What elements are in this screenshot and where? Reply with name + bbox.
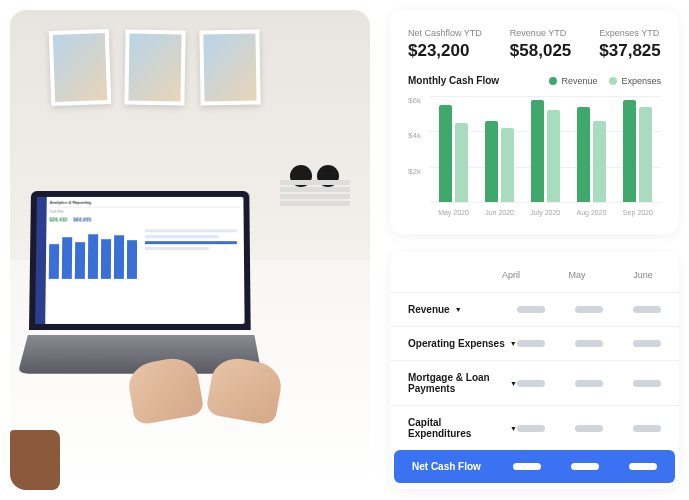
monthly-cashflow-chart: $6k$4k$2k May 2020Jun 2020July 2020Aug 2… [408, 96, 661, 216]
x-tick: May 2020 [438, 209, 469, 216]
caret-down-icon[interactable]: ▼ [455, 306, 462, 313]
x-tick: Jun 2020 [485, 209, 514, 216]
column-header: April [493, 270, 529, 280]
bar-group [577, 96, 606, 202]
bar [639, 107, 652, 202]
value-pill [633, 425, 661, 432]
table-row[interactable]: Mortgage & Loan Payments▼ [390, 360, 679, 405]
caret-down-icon[interactable]: ▼ [510, 340, 517, 347]
value-pill [517, 380, 545, 387]
x-tick: July 2020 [530, 209, 560, 216]
bar [577, 107, 590, 202]
bar [501, 128, 514, 202]
report-table: AprilMayJune Revenue▼Operating Expenses▼… [390, 252, 679, 489]
stat-value: $58,025 [510, 41, 571, 61]
bar [485, 121, 498, 202]
table-row[interactable]: Operating Expenses▼ [390, 326, 679, 360]
stat-label: Expenses YTD [599, 28, 660, 38]
stat-label: Revenue YTD [510, 28, 571, 38]
table-row[interactable]: Revenue▼ [390, 292, 679, 326]
value-pill [575, 340, 603, 347]
y-tick: $4k [408, 131, 421, 140]
bar [455, 123, 468, 203]
laptop-metric-1: $26,432 [49, 217, 67, 223]
stat-value: $37,825 [599, 41, 660, 61]
bar-group [485, 96, 514, 202]
value-pill [633, 380, 661, 387]
hero-photo: Analytics & Reporting Cash Flow $26,432 … [10, 10, 370, 490]
bar [531, 100, 544, 202]
bar-group [439, 96, 468, 202]
row-label: Mortgage & Loan Payments▼ [408, 372, 517, 394]
hands [130, 360, 280, 450]
stat-value: $23,200 [408, 41, 482, 61]
value-pill [517, 306, 545, 313]
value-pill [629, 463, 657, 470]
x-tick: Aug 2020 [577, 209, 607, 216]
chart-title: Monthly Cash Flow [408, 75, 499, 86]
value-pill [517, 425, 545, 432]
table-row[interactable]: Capital Expenditures▼ [390, 405, 679, 450]
bar [623, 100, 636, 202]
value-pill [513, 463, 541, 470]
value-pill [633, 340, 661, 347]
x-tick: Sep 2020 [623, 209, 653, 216]
laptop-bar-chart [49, 229, 137, 279]
table-row[interactable]: Net Cash Flow [394, 450, 675, 483]
row-label: Operating Expenses▼ [408, 338, 517, 349]
value-pill [571, 463, 599, 470]
stat: Expenses YTD$37,825 [599, 28, 660, 61]
bar [593, 121, 606, 202]
value-pill [575, 380, 603, 387]
value-pill [517, 340, 545, 347]
caret-down-icon[interactable]: ▼ [510, 425, 517, 432]
value-pill [575, 425, 603, 432]
column-header: May [559, 270, 595, 280]
legend-item: Revenue [549, 76, 597, 86]
laptop-page-title: Analytics & Reporting [50, 200, 241, 205]
cashflow-card: Net Cashflow YTD$23,200Revenue YTD$58,02… [390, 10, 679, 234]
y-tick: $2k [408, 167, 421, 176]
row-label: Capital Expenditures▼ [408, 417, 517, 439]
y-tick: $6k [408, 96, 421, 105]
bar-group [623, 96, 652, 202]
stat: Revenue YTD$58,025 [510, 28, 571, 61]
bar-group [531, 96, 560, 202]
bar [547, 110, 560, 202]
laptop-metric-2: $60,655 [73, 217, 91, 223]
bar [439, 105, 452, 202]
column-header: June [625, 270, 661, 280]
notebook [10, 430, 60, 490]
wall-photos [10, 10, 370, 190]
value-pill [633, 306, 661, 313]
legend-item: Expenses [609, 76, 661, 86]
caret-down-icon[interactable]: ▼ [510, 380, 517, 387]
stat-label: Net Cashflow YTD [408, 28, 482, 38]
table-header: AprilMayJune [390, 262, 679, 292]
row-label: Revenue▼ [408, 304, 462, 315]
value-pill [575, 306, 603, 313]
chart-legend: RevenueExpenses [549, 76, 661, 86]
row-label: Net Cash Flow [412, 461, 481, 472]
stat: Net Cashflow YTD$23,200 [408, 28, 482, 61]
magazines [280, 180, 350, 210]
